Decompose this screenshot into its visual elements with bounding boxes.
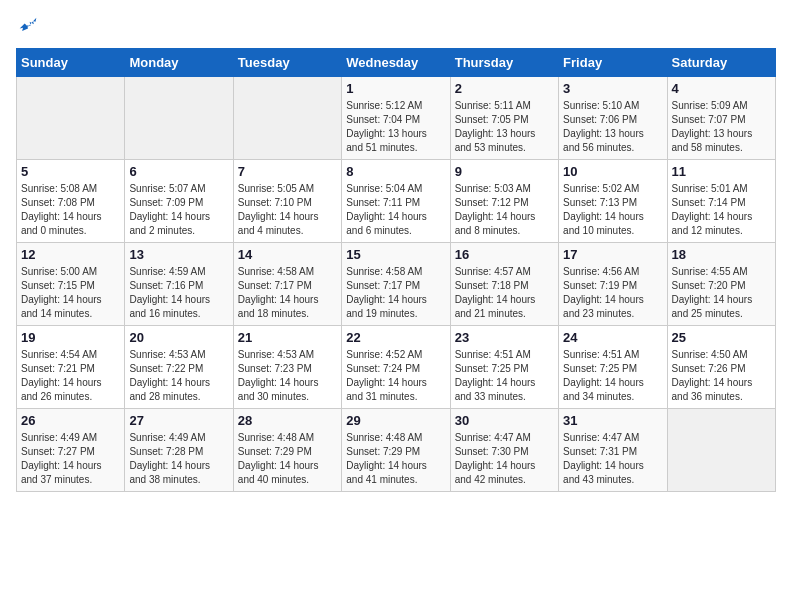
day-number: 12 bbox=[21, 247, 120, 262]
day-info: Sunrise: 5:04 AM Sunset: 7:11 PM Dayligh… bbox=[346, 182, 445, 238]
day-number: 22 bbox=[346, 330, 445, 345]
day-info: Sunrise: 5:07 AM Sunset: 7:09 PM Dayligh… bbox=[129, 182, 228, 238]
calendar-day-cell: 31Sunrise: 4:47 AM Sunset: 7:31 PM Dayli… bbox=[559, 409, 667, 492]
calendar-week-row: 19Sunrise: 4:54 AM Sunset: 7:21 PM Dayli… bbox=[17, 326, 776, 409]
day-number: 15 bbox=[346, 247, 445, 262]
day-number: 17 bbox=[563, 247, 662, 262]
calendar-day-cell: 7Sunrise: 5:05 AM Sunset: 7:10 PM Daylig… bbox=[233, 160, 341, 243]
day-info: Sunrise: 4:53 AM Sunset: 7:23 PM Dayligh… bbox=[238, 348, 337, 404]
calendar-day-cell: 9Sunrise: 5:03 AM Sunset: 7:12 PM Daylig… bbox=[450, 160, 558, 243]
calendar-day-cell: 17Sunrise: 4:56 AM Sunset: 7:19 PM Dayli… bbox=[559, 243, 667, 326]
calendar-day-cell: 5Sunrise: 5:08 AM Sunset: 7:08 PM Daylig… bbox=[17, 160, 125, 243]
day-info: Sunrise: 4:52 AM Sunset: 7:24 PM Dayligh… bbox=[346, 348, 445, 404]
day-info: Sunrise: 4:51 AM Sunset: 7:25 PM Dayligh… bbox=[455, 348, 554, 404]
day-info: Sunrise: 5:12 AM Sunset: 7:04 PM Dayligh… bbox=[346, 99, 445, 155]
day-number: 3 bbox=[563, 81, 662, 96]
calendar-day-cell: 21Sunrise: 4:53 AM Sunset: 7:23 PM Dayli… bbox=[233, 326, 341, 409]
calendar-day-cell bbox=[233, 77, 341, 160]
calendar-day-cell: 26Sunrise: 4:49 AM Sunset: 7:27 PM Dayli… bbox=[17, 409, 125, 492]
day-info: Sunrise: 4:53 AM Sunset: 7:22 PM Dayligh… bbox=[129, 348, 228, 404]
day-info: Sunrise: 4:48 AM Sunset: 7:29 PM Dayligh… bbox=[238, 431, 337, 487]
day-number: 2 bbox=[455, 81, 554, 96]
calendar-day-cell: 14Sunrise: 4:58 AM Sunset: 7:17 PM Dayli… bbox=[233, 243, 341, 326]
calendar-day-cell: 15Sunrise: 4:58 AM Sunset: 7:17 PM Dayli… bbox=[342, 243, 450, 326]
day-info: Sunrise: 4:48 AM Sunset: 7:29 PM Dayligh… bbox=[346, 431, 445, 487]
calendar-day-cell: 20Sunrise: 4:53 AM Sunset: 7:22 PM Dayli… bbox=[125, 326, 233, 409]
weekday-header-saturday: Saturday bbox=[667, 49, 775, 77]
day-info: Sunrise: 5:00 AM Sunset: 7:15 PM Dayligh… bbox=[21, 265, 120, 321]
day-number: 30 bbox=[455, 413, 554, 428]
day-info: Sunrise: 5:09 AM Sunset: 7:07 PM Dayligh… bbox=[672, 99, 771, 155]
day-info: Sunrise: 5:01 AM Sunset: 7:14 PM Dayligh… bbox=[672, 182, 771, 238]
calendar-day-cell: 13Sunrise: 4:59 AM Sunset: 7:16 PM Dayli… bbox=[125, 243, 233, 326]
calendar-table: SundayMondayTuesdayWednesdayThursdayFrid… bbox=[16, 48, 776, 492]
day-info: Sunrise: 4:56 AM Sunset: 7:19 PM Dayligh… bbox=[563, 265, 662, 321]
calendar-day-cell: 16Sunrise: 4:57 AM Sunset: 7:18 PM Dayli… bbox=[450, 243, 558, 326]
calendar-day-cell: 30Sunrise: 4:47 AM Sunset: 7:30 PM Dayli… bbox=[450, 409, 558, 492]
day-info: Sunrise: 4:49 AM Sunset: 7:27 PM Dayligh… bbox=[21, 431, 120, 487]
day-number: 19 bbox=[21, 330, 120, 345]
day-number: 4 bbox=[672, 81, 771, 96]
calendar-week-row: 26Sunrise: 4:49 AM Sunset: 7:27 PM Dayli… bbox=[17, 409, 776, 492]
calendar-day-cell bbox=[17, 77, 125, 160]
day-info: Sunrise: 4:57 AM Sunset: 7:18 PM Dayligh… bbox=[455, 265, 554, 321]
day-number: 25 bbox=[672, 330, 771, 345]
day-info: Sunrise: 4:58 AM Sunset: 7:17 PM Dayligh… bbox=[238, 265, 337, 321]
calendar-day-cell bbox=[667, 409, 775, 492]
day-number: 9 bbox=[455, 164, 554, 179]
calendar-day-cell: 10Sunrise: 5:02 AM Sunset: 7:13 PM Dayli… bbox=[559, 160, 667, 243]
calendar-day-cell: 8Sunrise: 5:04 AM Sunset: 7:11 PM Daylig… bbox=[342, 160, 450, 243]
day-number: 28 bbox=[238, 413, 337, 428]
calendar-day-cell: 6Sunrise: 5:07 AM Sunset: 7:09 PM Daylig… bbox=[125, 160, 233, 243]
day-number: 8 bbox=[346, 164, 445, 179]
day-info: Sunrise: 4:55 AM Sunset: 7:20 PM Dayligh… bbox=[672, 265, 771, 321]
day-info: Sunrise: 5:05 AM Sunset: 7:10 PM Dayligh… bbox=[238, 182, 337, 238]
calendar-day-cell: 24Sunrise: 4:51 AM Sunset: 7:25 PM Dayli… bbox=[559, 326, 667, 409]
calendar-day-cell: 29Sunrise: 4:48 AM Sunset: 7:29 PM Dayli… bbox=[342, 409, 450, 492]
day-number: 21 bbox=[238, 330, 337, 345]
day-info: Sunrise: 4:58 AM Sunset: 7:17 PM Dayligh… bbox=[346, 265, 445, 321]
calendar-day-cell: 25Sunrise: 4:50 AM Sunset: 7:26 PM Dayli… bbox=[667, 326, 775, 409]
weekday-header-row: SundayMondayTuesdayWednesdayThursdayFrid… bbox=[17, 49, 776, 77]
day-info: Sunrise: 4:54 AM Sunset: 7:21 PM Dayligh… bbox=[21, 348, 120, 404]
logo-bird-icon bbox=[18, 16, 38, 36]
weekday-header-sunday: Sunday bbox=[17, 49, 125, 77]
day-number: 20 bbox=[129, 330, 228, 345]
calendar-day-cell: 11Sunrise: 5:01 AM Sunset: 7:14 PM Dayli… bbox=[667, 160, 775, 243]
calendar-day-cell: 22Sunrise: 4:52 AM Sunset: 7:24 PM Dayli… bbox=[342, 326, 450, 409]
calendar-week-row: 5Sunrise: 5:08 AM Sunset: 7:08 PM Daylig… bbox=[17, 160, 776, 243]
weekday-header-monday: Monday bbox=[125, 49, 233, 77]
logo bbox=[16, 16, 38, 36]
weekday-header-friday: Friday bbox=[559, 49, 667, 77]
day-number: 27 bbox=[129, 413, 228, 428]
day-number: 11 bbox=[672, 164, 771, 179]
day-info: Sunrise: 4:51 AM Sunset: 7:25 PM Dayligh… bbox=[563, 348, 662, 404]
day-number: 13 bbox=[129, 247, 228, 262]
day-info: Sunrise: 5:03 AM Sunset: 7:12 PM Dayligh… bbox=[455, 182, 554, 238]
day-info: Sunrise: 4:47 AM Sunset: 7:31 PM Dayligh… bbox=[563, 431, 662, 487]
weekday-header-thursday: Thursday bbox=[450, 49, 558, 77]
day-number: 29 bbox=[346, 413, 445, 428]
day-info: Sunrise: 5:08 AM Sunset: 7:08 PM Dayligh… bbox=[21, 182, 120, 238]
calendar-day-cell: 2Sunrise: 5:11 AM Sunset: 7:05 PM Daylig… bbox=[450, 77, 558, 160]
day-info: Sunrise: 4:50 AM Sunset: 7:26 PM Dayligh… bbox=[672, 348, 771, 404]
day-number: 31 bbox=[563, 413, 662, 428]
day-number: 14 bbox=[238, 247, 337, 262]
calendar-day-cell: 27Sunrise: 4:49 AM Sunset: 7:28 PM Dayli… bbox=[125, 409, 233, 492]
calendar-day-cell: 12Sunrise: 5:00 AM Sunset: 7:15 PM Dayli… bbox=[17, 243, 125, 326]
calendar-day-cell: 28Sunrise: 4:48 AM Sunset: 7:29 PM Dayli… bbox=[233, 409, 341, 492]
calendar-day-cell: 1Sunrise: 5:12 AM Sunset: 7:04 PM Daylig… bbox=[342, 77, 450, 160]
day-info: Sunrise: 5:10 AM Sunset: 7:06 PM Dayligh… bbox=[563, 99, 662, 155]
day-number: 1 bbox=[346, 81, 445, 96]
day-info: Sunrise: 5:11 AM Sunset: 7:05 PM Dayligh… bbox=[455, 99, 554, 155]
calendar-week-row: 1Sunrise: 5:12 AM Sunset: 7:04 PM Daylig… bbox=[17, 77, 776, 160]
day-number: 10 bbox=[563, 164, 662, 179]
day-info: Sunrise: 4:49 AM Sunset: 7:28 PM Dayligh… bbox=[129, 431, 228, 487]
calendar-day-cell bbox=[125, 77, 233, 160]
calendar-day-cell: 4Sunrise: 5:09 AM Sunset: 7:07 PM Daylig… bbox=[667, 77, 775, 160]
calendar-day-cell: 19Sunrise: 4:54 AM Sunset: 7:21 PM Dayli… bbox=[17, 326, 125, 409]
day-info: Sunrise: 5:02 AM Sunset: 7:13 PM Dayligh… bbox=[563, 182, 662, 238]
day-number: 24 bbox=[563, 330, 662, 345]
day-number: 18 bbox=[672, 247, 771, 262]
calendar-day-cell: 18Sunrise: 4:55 AM Sunset: 7:20 PM Dayli… bbox=[667, 243, 775, 326]
